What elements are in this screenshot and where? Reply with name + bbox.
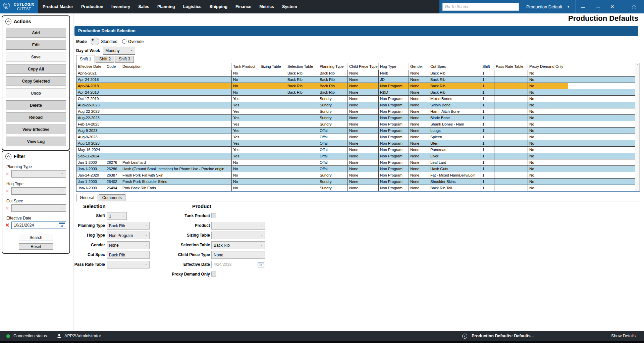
go-to-screen-input[interactable] [442, 3, 519, 11]
menu-item-production[interactable]: Production [81, 4, 103, 9]
menu-item-logistics[interactable]: Logistics [183, 4, 202, 9]
table-row[interactable]: May-16-2024YesOffalNoneNon ProgramNonePa… [76, 147, 635, 153]
table-row[interactable]: Jan-1-200026494Pork Back Rib EndsNoSundr… [76, 185, 635, 191]
undo-button[interactable]: Undo [6, 88, 66, 98]
column-header-pass-rate-table[interactable]: Pass Rate Table [494, 63, 528, 70]
form-select-child-piece-type[interactable]: None [211, 251, 265, 259]
table-cell: None [348, 147, 379, 153]
menu-item-system[interactable]: System [282, 4, 297, 9]
table-cell: Yes [232, 108, 259, 115]
table-cell: Lungs [429, 128, 481, 134]
column-header-description[interactable]: Description [121, 63, 232, 70]
view-effective-button[interactable]: View Effective [6, 125, 66, 134]
scroll-down-icon[interactable]: ⌄ [635, 187, 639, 190]
table-cell [105, 89, 121, 96]
column-header-child-piece-type[interactable]: Child Piece Type [348, 63, 379, 70]
table-cell [121, 89, 232, 96]
column-header-shift[interactable]: Shift [481, 63, 494, 70]
menu-item-planning[interactable]: Planning [157, 4, 175, 9]
star-outline-icon[interactable]: ☆ [624, 0, 643, 13]
reload-button[interactable]: Reload [6, 112, 66, 122]
menu-item-sales[interactable]: Sales [138, 4, 149, 9]
form-select-selection-table[interactable]: Back Rib [211, 241, 265, 249]
table-cell: Offal [318, 147, 348, 153]
table-cell: No [528, 108, 568, 115]
form-checkbox-tank-product[interactable] [211, 213, 216, 218]
table-row[interactable]: Apr-24-2018NoBack RibBack RibNoneJDNoneB… [76, 77, 635, 83]
table-row[interactable]: Aug-22-2023YesSundryNoneNon ProgramNoneS… [76, 102, 635, 108]
table-row[interactable]: Aug-22-2023YesSundryNoneNon ProgramNoneB… [76, 115, 635, 121]
column-header-selection-table[interactable]: Selection Table [286, 63, 318, 70]
table-row[interactable]: Aug-9-2023YesOffalNoneNon ProgramNoneLun… [76, 128, 635, 134]
table-row[interactable]: Apr-24-2018NoBack RibBack RibNoneNon Pro… [76, 83, 635, 89]
column-header-effective-date[interactable]: Effective Date [76, 63, 105, 70]
table-row[interactable]: Sep-11-2024YesOffalNoneNon ProgramNoneLi… [76, 153, 635, 159]
form-label-pass-rate-table: Pass Rate Table [54, 261, 105, 268]
column-header-blank[interactable] [568, 63, 635, 70]
column-header-cut-spec[interactable]: Cut Spec [429, 63, 481, 70]
column-header-sizing-table[interactable]: Sizing Table [259, 63, 286, 70]
form-select-sizing-table[interactable] [211, 232, 265, 239]
column-header-proxy-demand-only[interactable]: Proxy Demand Only [528, 63, 568, 70]
table-row[interactable]: Jan-1-200026402Fresh Pork Shoulder Skins… [76, 179, 635, 185]
table-cell: Jan-1-2000 [76, 179, 105, 185]
form-select-shift[interactable]: 1 [107, 212, 127, 220]
close-x-icon[interactable]: ✕ [606, 0, 619, 13]
scroll-up-icon[interactable]: ⌃ [635, 64, 639, 67]
delete-button[interactable]: Delete [6, 100, 66, 110]
column-header-tank-product[interactable]: Tank Product [232, 63, 259, 70]
copy-selected-button[interactable]: Copy Selected [6, 76, 66, 86]
mode-option-override[interactable]: Override [122, 39, 144, 44]
menu-item-inventory[interactable]: Inventory [111, 4, 130, 9]
tab-general[interactable]: General [76, 194, 98, 202]
table-row[interactable]: Apr-5-2021NoBack RibBack RibNoneHerbNone… [76, 70, 635, 77]
filter-dropdown-planning-type[interactable] [11, 170, 66, 178]
info-icon[interactable]: i [462, 334, 467, 339]
mode-option-standard[interactable]: Standard [91, 38, 117, 45]
day-of-week-dropdown[interactable]: Monday [103, 47, 135, 55]
table-cell: Blade Bone [429, 115, 481, 121]
vertical-scrollbar[interactable]: ⌃ ⌄ [635, 63, 640, 191]
table-row[interactable]: Jan-1-200026286Hash (Ground Small Intest… [76, 166, 635, 172]
table-row[interactable]: Aug-10-2023YesOffalNoneNon ProgramNoneUt… [76, 140, 635, 147]
form-checkbox-proxy-demand-only[interactable] [211, 272, 216, 277]
show-details-link[interactable]: Show Details [611, 334, 636, 338]
screen-selector-dropdown[interactable]: Production Default ▼ [526, 4, 570, 9]
menu-item-product-master[interactable]: Product Master [43, 4, 73, 9]
day-of-week-label: Day of Week [76, 48, 100, 53]
user-icon [57, 334, 62, 339]
collapse-chevron-icon[interactable] [5, 153, 11, 159]
tab-comments[interactable]: Comments [99, 194, 125, 201]
tab-shift-3[interactable]: Shift 3 [115, 56, 134, 63]
table-cell: Yes [232, 153, 259, 159]
table-row[interactable]: Apr-24-2018NoBack RibBack RibNoneR&DNone… [76, 89, 635, 96]
column-header-hog-type[interactable]: Hog Type [379, 63, 409, 70]
menu-item-finance[interactable]: Finance [235, 4, 251, 9]
column-header-code[interactable]: Code [105, 63, 121, 70]
menu-item-shipping[interactable]: Shipping [210, 4, 227, 9]
edit-button[interactable]: Edit [6, 40, 66, 50]
column-header-planning-type[interactable]: Planning Type [318, 63, 348, 70]
tab-shift-2[interactable]: Shift 2 [96, 56, 114, 63]
column-header-gender[interactable]: Gender [409, 63, 429, 70]
tab-shift-1[interactable]: Shift 1 [76, 55, 95, 63]
form-date-effective-date[interactable]: 4/24/2018 [211, 261, 265, 268]
copy-all-button[interactable]: Copy All [6, 64, 66, 74]
table-row[interactable]: Aug-22-2023YesSundryNoneNon ProgramNoneH… [76, 108, 635, 115]
table-cell [105, 121, 121, 128]
table-row[interactable]: Jan-1-200026276Pork Leaf lardNoOffalNone… [76, 159, 635, 166]
form-select-product[interactable] [211, 222, 265, 230]
add-button[interactable]: Add [6, 28, 66, 38]
back-arrow-icon[interactable]: ← [576, 0, 591, 13]
table-row[interactable]: Oct-17-2019YesSundryNoneNon ProgramNoneM… [76, 96, 635, 102]
filter-dropdown-hog-type[interactable] [11, 187, 66, 195]
table-row[interactable]: Jan-24-202026387Fresh Pork Fat with Skin… [76, 172, 635, 179]
form-label-shift: Shift [54, 212, 105, 219]
table-cell: Liver [429, 153, 481, 159]
menu-item-metrics[interactable]: Metrics [259, 4, 274, 9]
save-button[interactable]: Save [6, 52, 66, 62]
view-log-button[interactable]: View Log [6, 137, 66, 146]
table-row[interactable]: Aug-9-2023YesOffalNoneNon ProgramNoneSpl… [76, 134, 635, 140]
collapse-chevron-icon[interactable] [5, 18, 11, 24]
table-row[interactable]: Feb-14-2023YesSundryNoneNon ProgramNoneS… [76, 121, 635, 128]
